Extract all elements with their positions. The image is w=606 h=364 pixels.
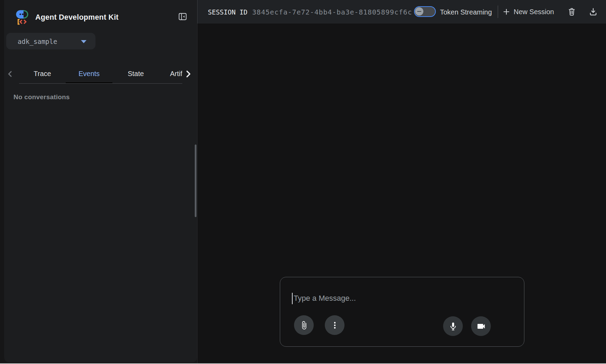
active-tab-indicator bbox=[66, 82, 112, 84]
new-session-label: New Session bbox=[514, 8, 554, 16]
plus-icon bbox=[502, 7, 511, 16]
collapse-sidebar-button[interactable] bbox=[176, 10, 189, 23]
token-streaming-label: Token Streaming bbox=[440, 0, 492, 24]
new-session-button[interactable]: New Session bbox=[502, 0, 554, 24]
tabs-viewport: Trace Events State Artifacts bbox=[19, 64, 182, 84]
tabs-track: Trace Events State Artifacts bbox=[19, 64, 182, 83]
session-id-value: 3845ecfa-7e72-4bb4-ba3e-81805899cf6c bbox=[252, 0, 412, 24]
sidebar-scrollbar[interactable] bbox=[195, 144, 196, 217]
attach-file-button[interactable] bbox=[294, 315, 314, 335]
video-camera-button[interactable] bbox=[471, 316, 491, 336]
tab-artifacts[interactable]: Artifacts bbox=[159, 64, 182, 83]
message-input[interactable]: Type a Message... bbox=[280, 277, 524, 347]
sidebar-tabs: Trace Events State Artifacts bbox=[4, 64, 197, 84]
sidebar-header: Agent Development Kit bbox=[4, 0, 197, 31]
paperclip-icon bbox=[300, 321, 309, 330]
download-icon bbox=[588, 7, 598, 17]
panel-collapse-icon bbox=[178, 12, 187, 21]
tab-state[interactable]: State bbox=[112, 64, 159, 83]
download-session-button[interactable] bbox=[588, 7, 598, 17]
toolbar-divider bbox=[498, 6, 498, 18]
more-options-button[interactable] bbox=[325, 315, 345, 335]
chevron-left-icon bbox=[5, 69, 17, 79]
delete-session-button[interactable] bbox=[567, 7, 577, 17]
sidebar: Agent Development Kit adk_sample bbox=[4, 0, 197, 362]
video-camera-icon bbox=[476, 321, 486, 331]
more-vert-icon bbox=[330, 321, 339, 330]
trash-icon bbox=[567, 7, 577, 17]
toggle-off-minus-icon bbox=[417, 11, 421, 12]
text-cursor bbox=[292, 293, 293, 304]
main-panel: SESSION ID 3845ecfa-7e72-4bb4-ba3e-81805… bbox=[197, 0, 606, 364]
selected-agent-label: adk_sample bbox=[18, 33, 57, 49]
tab-trace[interactable]: Trace bbox=[19, 64, 66, 83]
voice-input-button[interactable] bbox=[443, 316, 463, 336]
adk-web-app: Agent Development Kit adk_sample bbox=[0, 0, 606, 364]
chat-area: Type a Message... bbox=[198, 24, 606, 364]
message-input-placeholder: Type a Message... bbox=[294, 294, 356, 303]
adk-robot-logo-icon bbox=[16, 10, 28, 25]
session-id-label: SESSION ID bbox=[208, 0, 247, 24]
tabs-scroll-left-button[interactable] bbox=[5, 68, 17, 80]
tab-events[interactable]: Events bbox=[66, 64, 112, 83]
tabs-scroll-right-button[interactable] bbox=[183, 68, 195, 80]
session-toolbar: SESSION ID 3845ecfa-7e72-4bb4-ba3e-81805… bbox=[197, 0, 606, 24]
agent-select-dropdown[interactable]: adk_sample bbox=[6, 33, 95, 49]
app-title: Agent Development Kit bbox=[35, 0, 119, 35]
empty-conversations-message: No conversations bbox=[13, 93, 70, 101]
token-streaming-toggle[interactable] bbox=[414, 6, 436, 17]
toggle-thumb bbox=[415, 7, 423, 16]
microphone-icon bbox=[448, 321, 458, 331]
chevron-right-icon bbox=[183, 68, 195, 80]
chevron-down-icon bbox=[81, 40, 86, 43]
